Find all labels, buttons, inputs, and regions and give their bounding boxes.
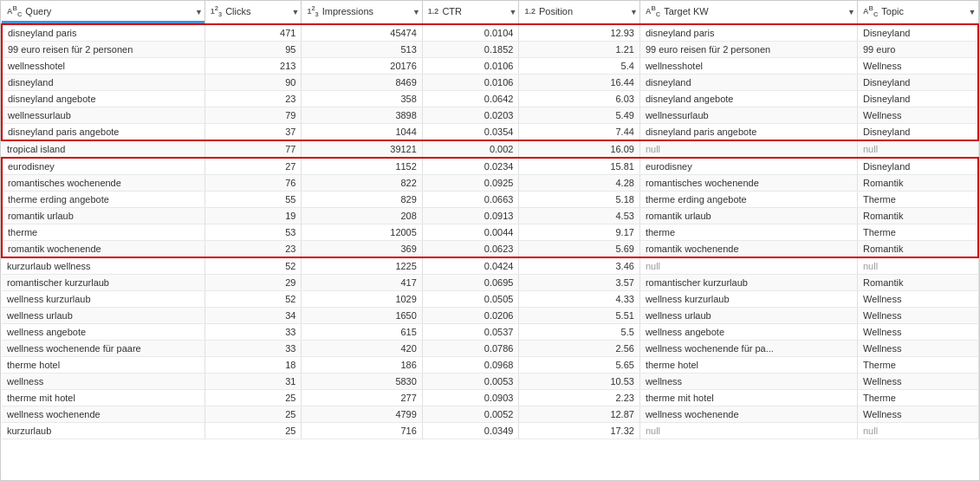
table-cell: 5.49 bbox=[519, 107, 639, 123]
table-cell: 1.21 bbox=[519, 41, 639, 57]
table-cell: null bbox=[857, 140, 978, 158]
table-row[interactable]: wellnesshotel213201760.01065.4wellnessho… bbox=[2, 57, 978, 74]
table-row[interactable]: wellnessurlaub7938980.02035.49wellnessur… bbox=[2, 107, 978, 123]
table-row[interactable]: romantischer kurzurlaub294170.06953.57ro… bbox=[2, 274, 978, 290]
clicks-col-label: Clicks bbox=[225, 6, 250, 16]
table-cell: 15.81 bbox=[519, 158, 639, 175]
table-cell: 513 bbox=[302, 41, 422, 57]
col-header-targetkw[interactable]: ABC Target KW ▼ bbox=[639, 1, 857, 24]
col-header-query[interactable]: ABC Query ▼ bbox=[2, 1, 204, 24]
table-row[interactable]: romantik wochenende233690.06235.69romant… bbox=[2, 240, 978, 257]
clicks-filter-btn[interactable]: ▼ bbox=[291, 8, 299, 16]
table-cell: 23 bbox=[204, 90, 302, 107]
table-cell: null bbox=[857, 422, 978, 439]
table-row[interactable]: 99 euro reisen für 2 personen955130.1852… bbox=[2, 41, 978, 57]
table-row[interactable]: wellness urlaub3416500.02065.51wellness … bbox=[2, 307, 978, 323]
topic-filter-btn[interactable]: ▼ bbox=[969, 8, 977, 16]
table-cell: Wellness bbox=[857, 107, 978, 123]
table-cell: Romantik bbox=[857, 174, 978, 191]
table-cell: therme mit hotel bbox=[2, 389, 204, 406]
table-cell: wellness wochenende bbox=[2, 406, 204, 422]
table-cell: 29 bbox=[204, 274, 302, 290]
table-cell: 76 bbox=[204, 174, 302, 191]
query-filter-btn[interactable]: ▼ bbox=[195, 8, 203, 16]
table-row[interactable]: kurzurlaub wellness5212250.04243.46nulln… bbox=[2, 257, 978, 275]
table-cell: 0.0106 bbox=[422, 74, 519, 90]
table-cell: 5.65 bbox=[519, 356, 639, 373]
table-cell: 1225 bbox=[302, 257, 422, 275]
col-header-ctr[interactable]: 1.2 CTR ▼ bbox=[422, 1, 519, 24]
table-cell: 0.0206 bbox=[422, 307, 519, 323]
table-cell: disneyland angebote bbox=[2, 90, 204, 107]
table-row[interactable]: therme hotel181860.09685.65therme hotelT… bbox=[2, 356, 978, 373]
table-cell: 79 bbox=[204, 107, 302, 123]
ctr-col-icon: 1.2 bbox=[428, 7, 439, 16]
col-header-position[interactable]: 1.2 Position ▼ bbox=[519, 1, 639, 24]
table-cell: 5.51 bbox=[519, 307, 639, 323]
table-cell: 12.93 bbox=[519, 24, 639, 42]
table-row[interactable]: wellness3158300.005310.53wellnessWellnes… bbox=[2, 373, 978, 389]
position-filter-btn[interactable]: ▼ bbox=[630, 8, 638, 16]
table-row[interactable]: therme mit hotel252770.09032.23therme mi… bbox=[2, 389, 978, 406]
data-table[interactable]: ABC Query ▼ 123 Clicks ▼ 123 bbox=[0, 0, 980, 481]
topic-col-label: Topic bbox=[881, 6, 904, 16]
table-cell: therme erding angebote bbox=[2, 191, 204, 207]
table-row[interactable]: disneyland paris angebote3710440.03547.4… bbox=[2, 123, 978, 140]
table-row[interactable]: wellness angebote336150.05375.5wellness … bbox=[2, 323, 978, 340]
table-cell: 0.0505 bbox=[422, 290, 519, 307]
table-cell: 2.56 bbox=[519, 340, 639, 356]
table-cell: 25 bbox=[204, 422, 302, 439]
col-header-clicks[interactable]: 123 Clicks ▼ bbox=[204, 1, 302, 24]
table-cell: wellness bbox=[639, 373, 857, 389]
table-cell: 53 bbox=[204, 224, 302, 240]
table-cell: 1044 bbox=[302, 123, 422, 140]
table-cell: disneyland paris bbox=[2, 24, 204, 42]
table-cell: romantik urlaub bbox=[639, 207, 857, 224]
topic-col-icon: ABC bbox=[863, 4, 878, 18]
table-cell: 186 bbox=[302, 356, 422, 373]
table-cell: 0.0106 bbox=[422, 57, 519, 74]
table-cell: null bbox=[639, 140, 857, 158]
table-cell: null bbox=[639, 422, 857, 439]
impressions-filter-btn[interactable]: ▼ bbox=[412, 8, 420, 16]
table-row[interactable]: romantisches wochenende768220.09254.28ro… bbox=[2, 174, 978, 191]
table-cell: 33 bbox=[204, 323, 302, 340]
table-cell: romantisches wochenende bbox=[639, 174, 857, 191]
table-cell: disneyland bbox=[639, 74, 857, 90]
table-row[interactable]: therme erding angebote558290.06635.18the… bbox=[2, 191, 978, 207]
table-cell: therme hotel bbox=[639, 356, 857, 373]
table-cell: 5.4 bbox=[519, 57, 639, 74]
table-cell: Romantik bbox=[857, 274, 978, 290]
table-row[interactable]: wellness wochenende2547990.005212.87well… bbox=[2, 406, 978, 422]
table-cell: therme hotel bbox=[2, 356, 204, 373]
table-row[interactable]: disneyland9084690.010616.44disneylandDis… bbox=[2, 74, 978, 90]
table-cell: wellness bbox=[2, 373, 204, 389]
table-row[interactable]: disneyland paris471454740.010412.93disne… bbox=[2, 24, 978, 42]
table-row[interactable]: eurodisney2711520.023415.81eurodisneyDis… bbox=[2, 158, 978, 175]
table-cell: Disneyland bbox=[857, 74, 978, 90]
targetkw-filter-btn[interactable]: ▼ bbox=[847, 8, 855, 16]
targetkw-col-icon: ABC bbox=[646, 4, 660, 18]
table-cell: wellnessurlaub bbox=[2, 107, 204, 123]
table-cell: 39121 bbox=[302, 140, 422, 158]
table-row[interactable]: tropical island77391210.00216.09nullnull bbox=[2, 140, 978, 158]
table-cell: 3898 bbox=[302, 107, 422, 123]
table-row[interactable]: disneyland angebote233580.06426.03disney… bbox=[2, 90, 978, 107]
table-cell: 4.53 bbox=[519, 207, 639, 224]
table-cell: 9.17 bbox=[519, 224, 639, 240]
table-cell: 358 bbox=[302, 90, 422, 107]
table-cell: Therme bbox=[857, 224, 978, 240]
table-row[interactable]: therme53120050.00449.17thermeTherme bbox=[2, 224, 978, 240]
col-header-topic[interactable]: ABC Topic ▼ bbox=[857, 1, 978, 24]
table-cell: wellnessurlaub bbox=[639, 107, 857, 123]
table-cell: therme mit hotel bbox=[639, 389, 857, 406]
table-row[interactable]: wellness wochenende für paare334200.0786… bbox=[2, 340, 978, 356]
ctr-filter-btn[interactable]: ▼ bbox=[509, 8, 517, 16]
col-header-impressions[interactable]: 123 Impressions ▼ bbox=[302, 1, 422, 24]
table-cell: romantik urlaub bbox=[2, 207, 204, 224]
table-row[interactable]: romantik urlaub192080.09134.53romantik u… bbox=[2, 207, 978, 224]
table-row[interactable]: wellness kurzurlaub5210290.05054.33welln… bbox=[2, 290, 978, 307]
table-cell: 0.0903 bbox=[422, 389, 519, 406]
table-cell: 277 bbox=[302, 389, 422, 406]
table-row[interactable]: kurzurlaub257160.034917.32nullnull bbox=[2, 422, 978, 439]
